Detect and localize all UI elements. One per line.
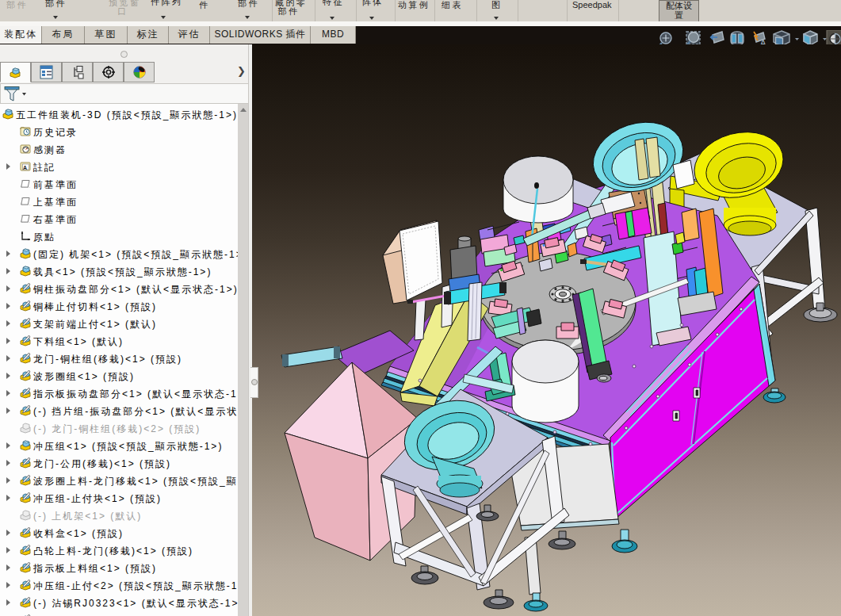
svg-text:A: A: [23, 165, 29, 170]
